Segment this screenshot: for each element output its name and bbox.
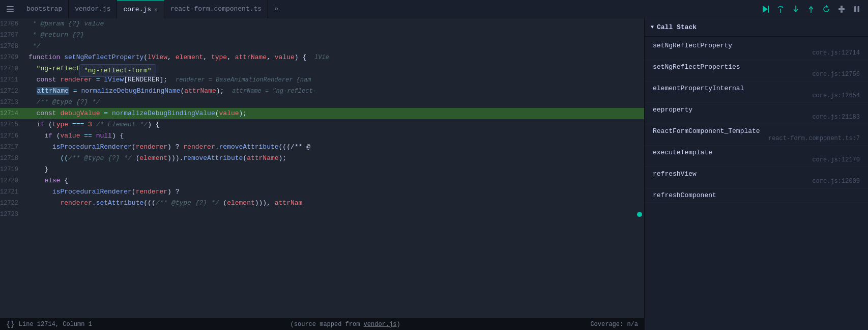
pause-button[interactable] — [851, 3, 863, 15]
line-content-12708: */ — [26, 41, 644, 52]
line-content-12723 — [26, 209, 644, 220]
line-content-12719: } — [26, 164, 644, 175]
panel-collapse-arrow[interactable]: ▼ — [651, 24, 654, 30]
code-line-12712: 12712 attrName = normalizeDebugBindingNa… — [0, 86, 644, 97]
code-line-12717: 12717 isProceduralRenderer(renderer) ? r… — [0, 142, 644, 153]
tab-bootstrap[interactable]: bootstrap — [20, 0, 69, 18]
code-line-12713: 12713 /** @type {?} */ — [0, 97, 644, 108]
tab-react-form-label: react-form.component.ts — [170, 5, 262, 13]
call-fn-name-3: eeproperty — [653, 106, 860, 114]
call-fn-name-7: refreshComponent — [653, 191, 860, 199]
call-file-6: core.js:12009 — [653, 178, 860, 185]
code-line-12708: 12708 */ — [0, 41, 644, 52]
call-stack-item-6[interactable]: refreshView core.js:12009 — [645, 167, 868, 188]
tab-react-form[interactable]: react-form.component.ts — [164, 0, 268, 18]
line-content-12706: * @param {?} value — [26, 18, 644, 30]
line-content-12720: else { — [26, 175, 644, 186]
line-content-12718: ((/** @type {?} */ (element))).removeAtt… — [26, 153, 644, 164]
line-num-12718: 12718 — [0, 153, 26, 164]
line-num-12723: 12723 — [0, 209, 26, 220]
tab-vendor[interactable]: vendor.js — [69, 0, 117, 18]
svg-rect-14 — [858, 6, 860, 12]
call-fn-name-1: setNgReflectProperties — [653, 63, 860, 71]
line-num-12717: 12717 — [0, 142, 26, 153]
debug-tooltip: "ng-reflect-form" — [79, 64, 156, 77]
status-source-text: (source mapped from — [291, 321, 364, 328]
code-line-12719: 12719 } — [0, 164, 644, 175]
tab-core[interactable]: core.js ✕ — [117, 0, 164, 18]
code-line-12707: 12707 * @return {?} — [0, 30, 644, 41]
line-num-12711: 12711 — [0, 74, 26, 86]
call-file-2: core.js:12654 — [653, 92, 860, 99]
call-stack-item-5[interactable]: executeTemplate core.js:12170 — [645, 146, 868, 167]
call-stack-item-3[interactable]: eeproperty core.js:21183 — [645, 103, 868, 124]
sidebar-toggle-button[interactable] — [2, 2, 18, 16]
code-line-12710: 12710 "ng-reflect-form" "ng-reflect-form… — [0, 63, 644, 74]
disconnect-button[interactable] — [835, 3, 848, 15]
code-line-12723: 12723 — [0, 209, 644, 220]
svg-rect-13 — [854, 6, 856, 12]
svg-rect-0 — [7, 6, 14, 7]
call-stack-panel: ▼ Call Stack setNgReflectProperty core.j… — [644, 18, 868, 330]
call-fn-name-5: executeTemplate — [653, 149, 860, 156]
tab-vendor-label: vendor.js — [75, 5, 110, 13]
status-position: Line 12714, Column 1 — [19, 321, 92, 328]
restart-button[interactable] — [820, 3, 832, 15]
svg-rect-11 — [841, 10, 842, 13]
call-fn-name-4: ReactFormComponent_Template — [653, 127, 860, 135]
line-num-12710: 12710 — [0, 63, 26, 74]
code-line-12722: 12722 renderer.setAttribute(((/** @type … — [0, 198, 644, 209]
panel-header: ▼ Call Stack — [645, 18, 868, 37]
line-content-12713: /** @type {?} */ — [26, 97, 644, 108]
code-line-12715: 12715 if (type === 3 /* Element */) { — [0, 119, 644, 130]
line-num-12716: 12716 — [0, 130, 26, 142]
line-content-12712: attrName = normalizeDebugBindingName(att… — [26, 86, 644, 97]
tooltip-text: "ng-reflect-form" — [84, 67, 152, 74]
status-coverage: Coverage: n/a — [590, 321, 638, 328]
status-source-link[interactable]: vendor.js — [364, 321, 397, 328]
tab-overflow-icon: » — [274, 5, 278, 13]
code-line-12718: 12718 ((/** @type {?} */ (element))).rem… — [0, 153, 644, 164]
debug-toolbar — [759, 3, 868, 15]
tab-core-close-icon[interactable]: ✕ — [154, 6, 158, 13]
tab-overflow-button[interactable]: » — [269, 2, 283, 16]
call-stack-item-2[interactable]: elementPropertyInternal core.js:12654 — [645, 81, 868, 103]
call-stack-item-0[interactable]: setNgReflectProperty core.js:12714 — [645, 39, 868, 60]
call-fn-name-0: setNgReflectProperty — [653, 42, 860, 49]
line-num-12706: 12706 — [0, 18, 26, 30]
call-file-1: core.js:12756 — [653, 71, 860, 78]
step-out-button[interactable] — [805, 3, 817, 15]
svg-rect-8 — [838, 8, 845, 10]
line-num-12714: 12714 — [0, 108, 26, 119]
line-num-12720: 12720 — [0, 175, 26, 186]
line-num-12709: 12709 — [0, 52, 26, 63]
code-line-12709: 12709 function setNgReflectProperty(lVie… — [0, 52, 644, 63]
tab-bar: bootstrap vendor.js core.js ✕ react-form… — [0, 0, 868, 18]
main-area: 12706 * @param {?} value 12707 * @return… — [0, 18, 868, 330]
call-file-4: react-form.component.ts:7 — [653, 135, 860, 142]
call-stack-item-4[interactable]: ReactFormComponent_Template react-form.c… — [645, 124, 868, 146]
svg-rect-1 — [7, 9, 14, 10]
code-line-12706: 12706 * @param {?} value — [0, 18, 644, 30]
status-source-end: ) — [396, 321, 400, 328]
green-dot-indicator — [637, 212, 642, 217]
call-stack-item-1[interactable]: setNgReflectProperties core.js:12756 — [645, 60, 868, 81]
step-into-button[interactable] — [790, 3, 802, 15]
code-lines: 12706 * @param {?} value 12707 * @return… — [0, 18, 644, 220]
continue-button[interactable] — [759, 3, 771, 15]
step-over-button[interactable] — [774, 3, 787, 15]
line-content-12716: if (value == null) { — [26, 130, 644, 142]
status-bar: {} Line 12714, Column 1 (source mapped f… — [0, 318, 644, 330]
panel-title: Call Stack — [657, 23, 697, 31]
svg-rect-4 — [768, 6, 769, 13]
call-file-0: core.js:12714 — [653, 49, 860, 57]
code-line-12716: 12716 if (value == null) { — [0, 130, 644, 142]
line-content-12721: isProceduralRenderer(renderer) ? — [26, 186, 644, 198]
line-num-12715: 12715 — [0, 119, 26, 130]
code-editor[interactable]: 12706 * @param {?} value 12707 * @return… — [0, 18, 644, 330]
svg-rect-9 — [841, 6, 842, 8]
line-content-12709: function setNgReflectProperty(lView, ele… — [26, 52, 644, 63]
line-content-12714: const debugValue = normalizeDebugBinding… — [26, 108, 644, 119]
call-stack-item-7[interactable]: refreshComponent — [645, 188, 868, 203]
line-content-12722: renderer.setAttribute(((/** @type {?} */… — [26, 198, 644, 209]
